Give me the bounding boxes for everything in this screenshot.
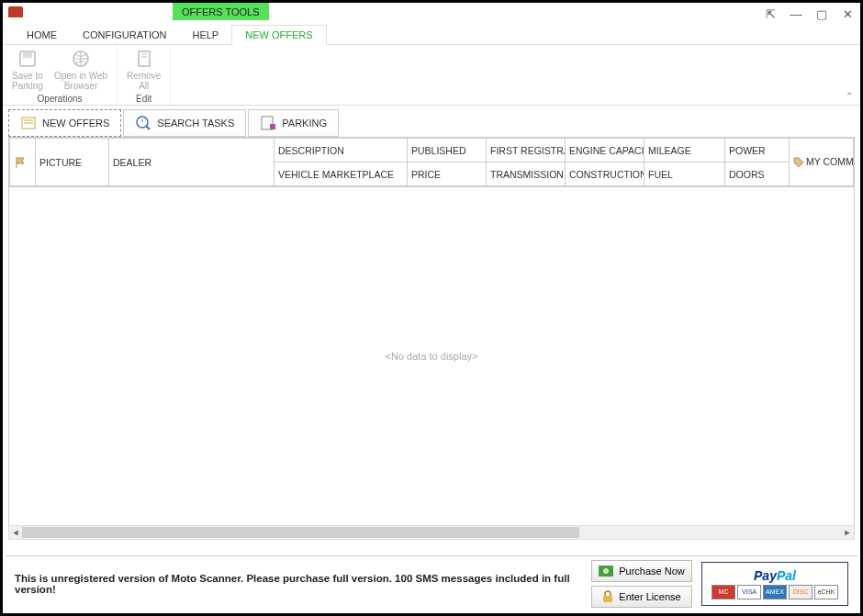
card-echeck: eCHK xyxy=(814,585,838,599)
svg-rect-13 xyxy=(270,124,275,129)
svg-rect-16 xyxy=(603,596,612,602)
column-transmission[interactable]: TRANSMISSION xyxy=(487,162,566,186)
column-power[interactable]: POWER xyxy=(725,139,790,162)
card-discover: DISC xyxy=(789,585,813,599)
column-first-registration[interactable]: FIRST REGISTRATION xyxy=(487,139,566,162)
parking-icon xyxy=(260,115,276,131)
unregistered-message: This is unregistered version of Moto Sca… xyxy=(15,573,591,595)
column-mileage[interactable]: MILEAGE xyxy=(644,139,725,162)
column-dealer[interactable]: DEALER xyxy=(109,139,275,186)
scroll-left-arrow[interactable]: ◄ xyxy=(9,526,22,539)
column-construction-year[interactable]: CONSTRUCTION YEAR xyxy=(566,162,644,186)
button-label: Enter License xyxy=(619,591,680,602)
grid-header: PICTURE DEALER DESCRIPTION PUBLISHED FIR… xyxy=(8,137,855,187)
ribbon-label: Remove All xyxy=(127,71,161,91)
menu-help[interactable]: HELP xyxy=(179,26,231,44)
remove-all-button[interactable]: Remove All xyxy=(121,47,166,93)
search-clock-icon xyxy=(135,115,151,131)
tab-parking[interactable]: PARKING xyxy=(248,109,339,137)
grid-empty-text: <No data to display> xyxy=(386,351,478,362)
list-icon xyxy=(20,115,37,131)
pin-icon[interactable]: ⇱ xyxy=(763,6,778,21)
context-tab-offers-tools[interactable]: OFFERS TOOLS xyxy=(173,3,269,20)
minimize-button[interactable]: — xyxy=(789,6,803,21)
save-to-parking-button[interactable]: Save to Parking xyxy=(6,47,49,93)
ribbon-collapse-button[interactable]: ⌃ xyxy=(846,91,853,101)
card-amex: AMEX xyxy=(763,585,787,599)
tab-label: NEW OFFERS xyxy=(42,118,109,129)
lock-icon xyxy=(602,590,613,603)
menu-bar: HOME CONFIGURATION HELP NEW OFFERS xyxy=(3,25,860,45)
remove-icon xyxy=(134,49,154,69)
payment-cards: MC VISA AMEX DISC eCHK xyxy=(712,585,838,599)
svg-rect-3 xyxy=(139,51,150,66)
column-doors[interactable]: DOORS xyxy=(725,162,790,186)
menu-new-offers[interactable]: NEW OFFERS xyxy=(231,25,326,45)
tab-new-offers[interactable]: NEW OFFERS xyxy=(8,109,121,137)
tab-label: PARKING xyxy=(282,118,327,129)
column-vehicle-marketplace[interactable]: VEHICLE MARKETPLACE xyxy=(275,162,408,186)
scrollbar-thumb[interactable] xyxy=(22,527,579,538)
column-price[interactable]: PRICE xyxy=(408,162,487,186)
column-picture[interactable]: PICTURE xyxy=(36,139,109,186)
ribbon-group-operations: Save to Parking Open in Web Browser Oper… xyxy=(3,45,118,105)
ribbon-label: Open in Web Browser xyxy=(54,71,107,91)
ribbon-group-label: Edit xyxy=(136,93,151,106)
tag-icon xyxy=(793,157,804,168)
footer-bar: This is unregistered version of Moto Sca… xyxy=(6,555,857,610)
ribbon: Save to Parking Open in Web Browser Oper… xyxy=(3,45,860,106)
scroll-right-arrow[interactable]: ► xyxy=(841,526,854,539)
document-tabs: NEW OFFERS SEARCH TASKS PARKING xyxy=(3,106,860,137)
tab-search-tasks[interactable]: SEARCH TASKS xyxy=(123,109,246,137)
paypal-logo: PayPal xyxy=(754,568,796,583)
column-description[interactable]: DESCRIPTION xyxy=(275,139,408,162)
column-published[interactable]: PUBLISHED xyxy=(408,139,487,162)
ribbon-group-label: Operations xyxy=(38,93,83,106)
card-visa: VISA xyxy=(737,585,761,599)
card-mastercard: MC xyxy=(712,585,735,599)
maximize-button[interactable]: ▢ xyxy=(814,6,829,21)
paypal-badge[interactable]: PayPal MC VISA AMEX DISC eCHK xyxy=(701,562,848,606)
svg-rect-1 xyxy=(23,52,32,58)
save-icon xyxy=(17,49,38,69)
tab-label: SEARCH TASKS xyxy=(157,118,234,129)
grid-body: <No data to display> xyxy=(8,187,855,525)
globe-icon xyxy=(71,49,91,69)
ribbon-group-edit: Remove All Edit xyxy=(118,45,171,105)
app-icon xyxy=(8,6,23,17)
close-button[interactable]: ✕ xyxy=(840,6,855,21)
svg-line-10 xyxy=(146,126,150,129)
flag-icon xyxy=(14,156,27,169)
open-in-web-button[interactable]: Open in Web Browser xyxy=(49,47,113,93)
svg-point-15 xyxy=(603,568,609,574)
column-fuel[interactable]: FUEL xyxy=(644,162,725,186)
column-engine-capacity[interactable]: ENGINE CAPACITY xyxy=(566,139,644,162)
column-flag[interactable] xyxy=(10,139,36,186)
menu-home[interactable]: HOME xyxy=(14,26,70,44)
ribbon-label: Save to Parking xyxy=(12,71,43,91)
column-my-comment[interactable]: MY COMMEN xyxy=(790,139,854,186)
column-label: MY COMMEN xyxy=(806,156,854,167)
button-label: Purchase Now xyxy=(619,566,685,577)
horizontal-scrollbar[interactable]: ◄ ► xyxy=(8,525,855,540)
menu-configuration[interactable]: CONFIGURATION xyxy=(70,26,179,44)
money-icon xyxy=(599,566,613,577)
purchase-now-button[interactable]: Purchase Now xyxy=(591,560,692,582)
title-bar: OFFERS TOOLS ⇱ — ▢ ✕ xyxy=(3,3,860,25)
enter-license-button[interactable]: Enter License xyxy=(591,586,692,608)
